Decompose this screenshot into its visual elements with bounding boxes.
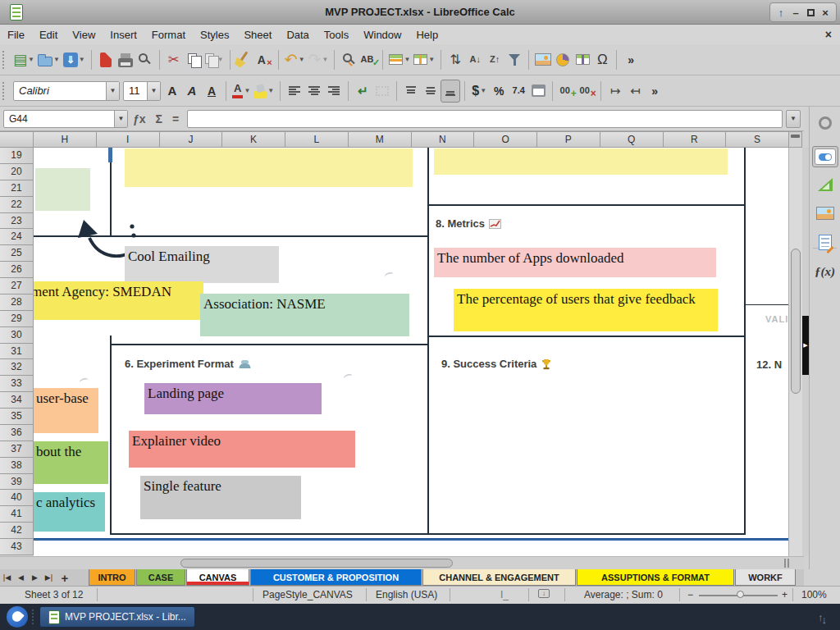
sticky-note[interactable]: ment Agency: SMEDAN [34,281,203,320]
new-document-button[interactable]: ▤▼ [11,48,36,71]
menu-format[interactable]: Format [144,27,193,43]
row-header-26[interactable]: 26 [0,262,34,278]
column-header-L[interactable]: L [285,131,349,148]
paste-button[interactable]: ▼ [203,48,226,71]
column-header-O[interactable]: O [474,131,537,148]
first-sheet-icon[interactable]: |◀ [0,569,14,586]
previous-sheet-icon[interactable]: ◀ [14,569,28,586]
sheet-tab-assuptions-format[interactable]: ASSUPTIONS & FORMAT [577,569,734,586]
row-header-19[interactable]: 19 [0,148,34,164]
page-style[interactable]: PageStyle_CANVAS [262,589,353,600]
row-header-25[interactable]: 25 [0,245,34,262]
column-header-P[interactable]: P [537,131,600,148]
menu-data[interactable]: Data [279,27,316,43]
sheet-tab-channel-engagement[interactable]: CHANNEL & ENGAGEMENT [422,569,576,586]
number-format-button[interactable]: 7.4 [509,80,528,103]
column-header-N[interactable]: N [412,131,475,148]
horizontal-scrollbar-thumb[interactable] [180,559,453,568]
insert-row-button[interactable]: ▼ [387,48,412,71]
print-button[interactable] [116,48,135,71]
toolbar-overflow-button[interactable]: » [645,80,664,103]
font-size-combo-value[interactable]: 11 [129,84,147,97]
row-header-28[interactable]: 28 [0,294,34,311]
navigator-icon[interactable] [819,235,832,250]
horizontal-scrollbar[interactable] [0,556,804,569]
save-dropdown-icon[interactable]: ▼ [79,56,85,63]
row-header-37[interactable]: 37 [0,441,34,458]
cut-button[interactable]: ✂ [164,48,184,71]
sticky-note[interactable]: Explainer video [129,431,355,468]
row-header-32[interactable]: 32 [0,359,34,376]
taskbar-app-button[interactable]: MVP PROJECT.xlsx - Libr... [39,606,195,628]
sheet-tab-canvas[interactable]: CANVAS [186,569,249,586]
wrap-text-button[interactable]: ↵ [353,80,372,103]
sticky-note[interactable]: Association: NASME [200,294,409,336]
undo-button[interactable]: ↶▼ [283,48,307,71]
column-header-H[interactable]: H [34,131,97,148]
export-pdf-button[interactable] [96,48,116,71]
functions-icon[interactable]: ƒ(x) [815,265,835,279]
align-right-button[interactable] [324,80,344,103]
toolbar-overflow-button[interactable]: » [621,48,641,71]
date-format-button[interactable] [528,80,548,103]
row-header-23[interactable]: 23 [0,213,34,230]
decrease-indent-button[interactable]: ↤ [625,80,645,103]
column-header-Q[interactable]: Q [600,131,664,148]
column-header-I[interactable]: I [97,131,160,148]
special-character-button[interactable]: Ω [592,48,612,71]
menu-window[interactable]: Window [356,27,409,43]
name-box[interactable]: G44 ▼ [3,110,128,128]
maximize-icon[interactable] [803,7,818,19]
row-header-40[interactable]: 40 [0,490,34,506]
menu-insert[interactable]: Insert [103,27,144,43]
increase-indent-button[interactable]: ↦ [605,80,625,103]
insert-mode-icon[interactable]: I_ [500,589,509,600]
sort-button[interactable]: ⇅ [445,48,465,71]
currency-format-dropdown-icon[interactable]: ▼ [480,87,486,94]
sticky-note[interactable]: c analytics [34,492,105,532]
name-box-dropdown-icon[interactable]: ▼ [114,111,127,127]
close-document-icon[interactable]: × [825,28,832,41]
equals-icon[interactable]: = [172,112,179,126]
highlighting-color-dropdown-icon[interactable]: ▼ [267,87,274,94]
align-center-button[interactable] [304,80,324,103]
sheet-tab-customer-proposition[interactable]: CUSTOMER & PROPOSITION [250,569,422,586]
sticky-note[interactable]: Landing page [144,383,322,414]
sort-descending-button[interactable]: Z↑ [485,48,504,71]
row-header-30[interactable]: 30 [0,327,34,344]
row-header-41[interactable]: 41 [0,506,34,523]
close-icon[interactable]: × [818,7,833,19]
function-wizard-icon[interactable]: ƒx [133,112,146,126]
sticky-note[interactable]: The number of Apps downloaded [434,248,716,277]
properties-icon[interactable] [812,146,838,167]
spreadsheet-grid[interactable]: 8. Metrics 6. Experiment Format 9. Succe… [34,148,789,556]
print-preview-button[interactable] [135,48,155,71]
row-header-20[interactable]: 20 [0,164,34,180]
row-header-24[interactable]: 24 [0,229,34,245]
tab-split-handle[interactable] [784,559,789,568]
sticky-note[interactable] [434,148,728,175]
network-traffic-icon[interactable]: ↑↓ [818,611,825,623]
column-header-J[interactable]: J [160,131,223,148]
sticky-note[interactable]: Single feature [140,476,301,519]
minimize-icon[interactable]: – [788,7,803,19]
font-name-combo[interactable]: Calibri▼ [13,81,120,101]
sheet-tab-case[interactable]: CASE [136,569,185,586]
redo-dropdown-icon[interactable]: ▼ [322,56,328,63]
row-header-39[interactable]: 39 [0,474,34,491]
styles-icon[interactable] [818,178,833,191]
sheet-tab-workf[interactable]: WORKF [735,569,796,586]
redo-button[interactable]: ↷▼ [307,48,331,71]
font-name-combo-value[interactable]: Calibri [19,84,106,97]
sticky-note[interactable] [125,148,413,187]
zoom-level[interactable]: 100% [801,589,827,600]
underline-button[interactable]: A [202,80,221,103]
align-left-button[interactable] [285,80,304,103]
pivot-table-button[interactable] [573,48,592,71]
sidebar-settings-icon[interactable] [819,116,832,130]
center-vertically-button[interactable] [421,80,441,103]
row-header-29[interactable]: 29 [0,311,34,327]
selection-mode-icon[interactable]: ↓ [538,589,550,598]
column-header-R[interactable]: R [664,131,727,148]
copy-button[interactable] [184,48,203,71]
